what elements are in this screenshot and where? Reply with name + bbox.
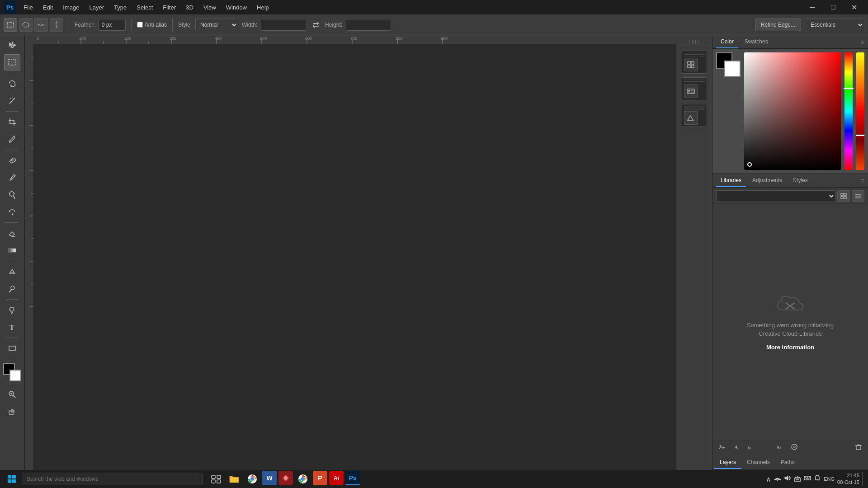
tab-layers[interactable]: Layers	[714, 456, 741, 469]
taskbar-search-input[interactable]	[22, 473, 203, 485]
acrobat-btn[interactable]: Ai	[329, 471, 344, 485]
ruler-corner	[25, 35, 34, 44]
menu-select[interactable]: Select	[132, 2, 157, 13]
height-input[interactable]	[346, 19, 391, 31]
word-btn[interactable]: W	[262, 471, 277, 485]
hue-bar[interactable]	[844, 52, 853, 170]
chrome2-btn[interactable]	[295, 471, 311, 487]
hand-tool-btn[interactable]	[4, 404, 20, 420]
history-brush-btn[interactable]	[4, 204, 20, 220]
library-action-1[interactable]	[716, 441, 728, 453]
single-row-marquee-btn[interactable]	[34, 18, 48, 32]
photoshop-taskbar-btn[interactable]: Ps	[345, 471, 360, 485]
anti-alias-checkbox[interactable]	[137, 22, 143, 28]
tray-show-desktop[interactable]	[862, 472, 864, 486]
zoom-tool-btn[interactable]	[4, 386, 20, 403]
start-button[interactable]	[4, 471, 20, 487]
gradient-btn[interactable]	[4, 242, 20, 258]
library-action-4[interactable]	[760, 441, 771, 453]
crop-tool-btn[interactable]	[4, 114, 20, 130]
close-button[interactable]: ✕	[844, 0, 864, 14]
tray-volume[interactable]	[784, 474, 791, 483]
rectangular-marquee-btn[interactable]	[4, 18, 17, 32]
library-action-6[interactable]	[788, 441, 800, 453]
library-delete-btn[interactable]	[853, 441, 864, 453]
bg-color-box[interactable]	[724, 61, 741, 77]
tray-keyboard[interactable]	[804, 474, 811, 483]
library-action-5[interactable]: St	[774, 441, 786, 453]
tab-styles[interactable]: Styles	[788, 174, 812, 187]
menu-filter[interactable]: Filter	[158, 2, 180, 13]
opacity-bar[interactable]	[856, 52, 864, 170]
pen-tool-btn[interactable]	[4, 302, 20, 318]
file-explorer-btn[interactable]	[226, 471, 242, 487]
tab-libraries[interactable]: Libraries	[716, 174, 746, 187]
tool-sep-6	[5, 299, 19, 300]
library-list-view-btn[interactable]	[852, 190, 864, 202]
menu-edit[interactable]: Edit	[38, 2, 57, 13]
marquee-tool-btn[interactable]	[4, 54, 20, 70]
brush-tool-btn[interactable]	[4, 169, 20, 186]
style-select[interactable]: Normal Fixed Ratio Fixed Size	[195, 19, 238, 31]
tab-color[interactable]: Color	[716, 36, 738, 48]
refine-edge-button[interactable]: Refine Edge...	[755, 19, 801, 31]
width-label: Width:	[242, 22, 257, 28]
library-action-2[interactable]: A	[731, 441, 742, 453]
tab-adjustments[interactable]: Adjustments	[748, 174, 787, 187]
feather-input[interactable]	[99, 19, 126, 31]
library-grid-view-btn[interactable]	[837, 190, 850, 202]
anti-alias-label: Anti-alias	[145, 22, 167, 28]
more-info-link[interactable]: More information	[766, 344, 814, 351]
libraries-panel-menu[interactable]: ≡	[861, 177, 864, 184]
selection-tool-group	[4, 18, 63, 32]
chrome-btn[interactable]	[244, 471, 260, 487]
minimize-button[interactable]: ─	[802, 0, 823, 14]
text-tool-btn[interactable]: T	[4, 319, 20, 335]
red-app-btn[interactable]	[278, 471, 293, 485]
clone-stamp-btn[interactable]	[4, 187, 20, 203]
tab-paths[interactable]: Paths	[775, 456, 800, 469]
menu-view[interactable]: View	[199, 2, 221, 13]
menu-image[interactable]: Image	[58, 2, 84, 13]
mini-icon-3[interactable]	[684, 111, 698, 125]
tab-swatches[interactable]: Swatches	[740, 36, 773, 48]
menu-file[interactable]: File	[19, 2, 38, 13]
menu-window[interactable]: Window	[222, 2, 251, 13]
tray-notification[interactable]	[814, 474, 821, 483]
tray-chevron[interactable]: ∧	[766, 475, 771, 483]
color-panel-menu[interactable]: ≡	[861, 38, 864, 46]
move-tool-btn[interactable]	[4, 37, 20, 53]
menu-type[interactable]: Type	[109, 2, 131, 13]
task-view-btn[interactable]	[208, 471, 224, 487]
library-select[interactable]	[716, 190, 835, 202]
blur-btn[interactable]	[4, 263, 20, 280]
canvas-area[interactable]: 0 100 200 300 400 500 600 700 800 900	[25, 35, 676, 470]
dodge-btn[interactable]	[4, 281, 20, 297]
background-color[interactable]	[9, 370, 21, 381]
color-swatch-area[interactable]	[3, 363, 21, 381]
tray-clock[interactable]: 21:45 08-Oct-15	[837, 472, 859, 486]
magic-wand-btn[interactable]	[4, 93, 20, 109]
eyedropper-tool-btn[interactable]	[4, 131, 20, 147]
mini-icon-2[interactable]	[684, 84, 698, 98]
library-action-fx[interactable]: fx	[745, 441, 757, 453]
tab-channels[interactable]: Channels	[741, 456, 775, 469]
color-spectrum[interactable]	[744, 52, 841, 170]
mini-icon-1[interactable]	[684, 58, 698, 71]
menu-help[interactable]: Help	[252, 2, 274, 13]
lasso-tool-btn[interactable]	[4, 75, 20, 92]
menu-3d[interactable]: 3D	[181, 2, 198, 13]
eraser-btn[interactable]	[4, 225, 20, 241]
tray-network[interactable]	[774, 474, 781, 483]
healing-brush-btn[interactable]	[4, 152, 20, 169]
width-input[interactable]	[261, 19, 306, 31]
single-col-marquee-btn[interactable]	[50, 18, 63, 32]
powerpoint-btn[interactable]: P	[313, 471, 327, 485]
workspace-select[interactable]: Essentials 3D Graphic and Web	[805, 19, 864, 31]
menu-layer[interactable]: Layer	[85, 2, 109, 13]
shape-tool-btn[interactable]	[4, 340, 20, 357]
elliptical-marquee-btn[interactable]	[19, 18, 33, 32]
maximize-button[interactable]: □	[823, 0, 844, 14]
tray-power[interactable]	[794, 474, 801, 483]
swap-wh-button[interactable]: ⇄	[310, 19, 321, 31]
